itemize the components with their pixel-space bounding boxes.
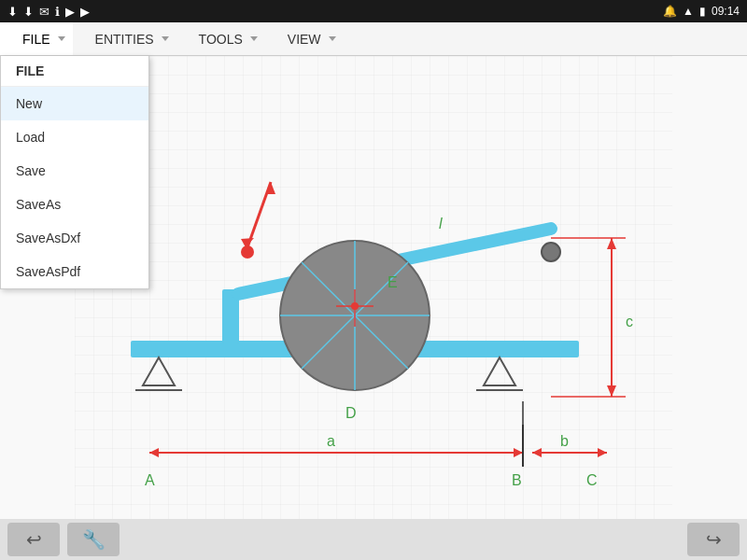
svg-text:D: D <box>345 405 357 421</box>
email-icon: ✉ <box>39 5 49 19</box>
menu-bar: FILE ENTITIES TOOLS VIEW <box>0 22 747 56</box>
volume-icon: 🔔 <box>663 5 677 18</box>
download-icon: ⬇ <box>23 5 34 19</box>
dropdown-saveasdxf[interactable]: SaveAsDxf <box>1 221 148 255</box>
svg-point-41 <box>351 302 359 310</box>
dropdown-section-label: FILE <box>1 56 148 87</box>
svg-text:a: a <box>327 433 335 449</box>
battery-icon: ▮ <box>699 5 706 18</box>
wrench-button[interactable]: 🔧 <box>67 523 120 556</box>
dropdown-new[interactable]: New <box>1 87 148 120</box>
svg-text:E: E <box>388 274 398 290</box>
dropdown-saveaspdf[interactable]: SaveAsPdf <box>1 255 148 288</box>
svg-text:c: c <box>626 314 633 329</box>
main-content: FILE New Load Save SaveAs SaveAsDxf Save… <box>0 56 747 519</box>
menu-entities[interactable]: ENTITIES <box>73 22 176 55</box>
menu-view[interactable]: VIEW <box>265 22 344 55</box>
menu-tools[interactable]: TOOLS <box>176 22 265 55</box>
svg-text:b: b <box>560 433 569 449</box>
info-icon: ℹ <box>55 5 60 19</box>
play-icon: ▶ <box>65 5 75 19</box>
svg-point-9 <box>542 243 560 261</box>
dropdown-saveas[interactable]: SaveAs <box>1 188 148 221</box>
undo-button[interactable]: ↩ <box>7 523 60 556</box>
svg-text:l: l <box>439 216 443 231</box>
notification-icon: ⬇ <box>7 5 18 19</box>
redo-button[interactable]: ↪ <box>687 523 740 556</box>
status-right-icons: 🔔 ▲ ▮ 09:14 <box>663 5 740 18</box>
svg-text:A: A <box>145 472 155 488</box>
dropdown-save[interactable]: Save <box>1 154 148 188</box>
svg-text:B: B <box>512 472 522 488</box>
wifi-icon: ▲ <box>683 5 694 18</box>
svg-text:C: C <box>586 472 598 488</box>
status-bar: ⬇ ⬇ ✉ ℹ ▶ ▶ 🔔 ▲ ▮ 09:14 <box>0 0 747 22</box>
file-dropdown: FILE New Load Save SaveAs SaveAsDxf Save… <box>0 56 149 289</box>
bottom-toolbar: ↩ 🔧 ↪ <box>0 519 747 560</box>
status-left-icons: ⬇ ⬇ ✉ ℹ ▶ ▶ <box>7 5 90 19</box>
dropdown-load[interactable]: Load <box>1 120 148 154</box>
svg-point-13 <box>241 245 254 259</box>
clock: 09:14 <box>712 5 740 18</box>
media-icon: ▶ <box>80 5 90 19</box>
menu-file[interactable]: FILE <box>0 22 73 55</box>
